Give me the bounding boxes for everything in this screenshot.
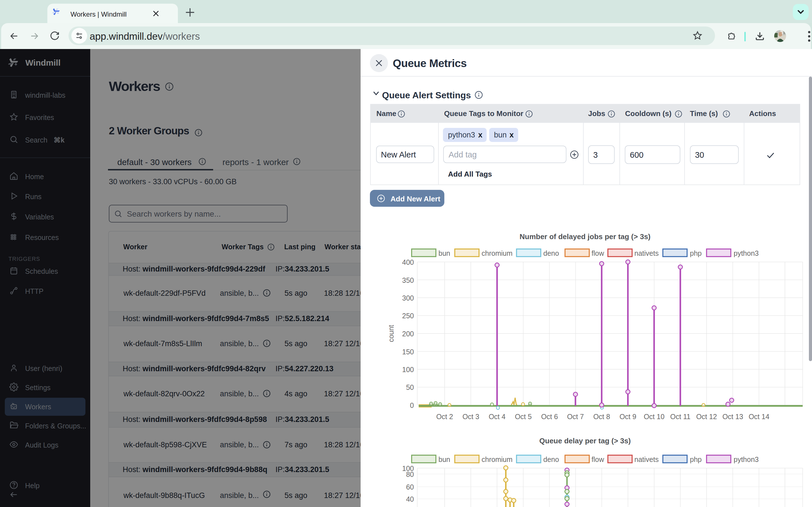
svg-text:Oct 10: Oct 10	[644, 413, 665, 420]
svg-text:150: 150	[402, 348, 414, 356]
svg-text:chromium: chromium	[481, 249, 513, 257]
svg-text:200: 200	[402, 330, 414, 338]
svg-text:flow: flow	[592, 249, 604, 257]
svg-text:bun: bun	[439, 249, 450, 257]
svg-text:chromium: chromium	[481, 455, 513, 463]
svg-text:300: 300	[402, 294, 414, 302]
svg-text:Oct 6: Oct 6	[541, 413, 558, 420]
svg-text:0: 0	[410, 401, 414, 409]
svg-text:100: 100	[402, 365, 414, 374]
svg-text:python3: python3	[733, 249, 759, 257]
svg-text:40: 40	[406, 495, 414, 503]
svg-text:bun: bun	[439, 455, 450, 463]
svg-text:Oct 12: Oct 12	[696, 413, 717, 420]
svg-text:deno: deno	[543, 455, 559, 463]
svg-text:Oct 11: Oct 11	[670, 413, 691, 420]
svg-text:Oct 9: Oct 9	[619, 413, 637, 420]
svg-text:nativets: nativets	[635, 249, 659, 257]
svg-text:flow: flow	[592, 455, 604, 463]
svg-text:nativets: nativets	[635, 455, 659, 463]
svg-text:deno: deno	[543, 249, 559, 257]
svg-text:60: 60	[406, 483, 414, 491]
svg-text:Oct 8: Oct 8	[593, 413, 610, 420]
svg-text:Oct 3: Oct 3	[462, 413, 479, 420]
svg-text:Oct 4: Oct 4	[489, 413, 506, 420]
svg-text:Oct 5: Oct 5	[515, 413, 532, 420]
svg-text:Oct 2: Oct 2	[436, 413, 453, 420]
svg-text:250: 250	[402, 312, 414, 320]
svg-text:350: 350	[402, 276, 414, 284]
svg-text:php: php	[690, 455, 702, 463]
svg-text:Oct 7: Oct 7	[567, 413, 584, 420]
svg-text:count: count	[387, 325, 395, 342]
svg-text:Number of delayed jobs per tag: Number of delayed jobs per tag (> 3s)	[520, 232, 651, 241]
svg-text:Oct 14: Oct 14	[749, 413, 769, 420]
svg-text:Queue delay per tag (> 3s): Queue delay per tag (> 3s)	[539, 437, 631, 445]
svg-text:50: 50	[406, 383, 414, 391]
svg-text:80: 80	[406, 470, 414, 478]
svg-text:python3: python3	[733, 455, 759, 463]
svg-text:php: php	[690, 249, 702, 257]
svg-text:Oct 13: Oct 13	[722, 413, 743, 420]
svg-text:400: 400	[402, 258, 414, 266]
